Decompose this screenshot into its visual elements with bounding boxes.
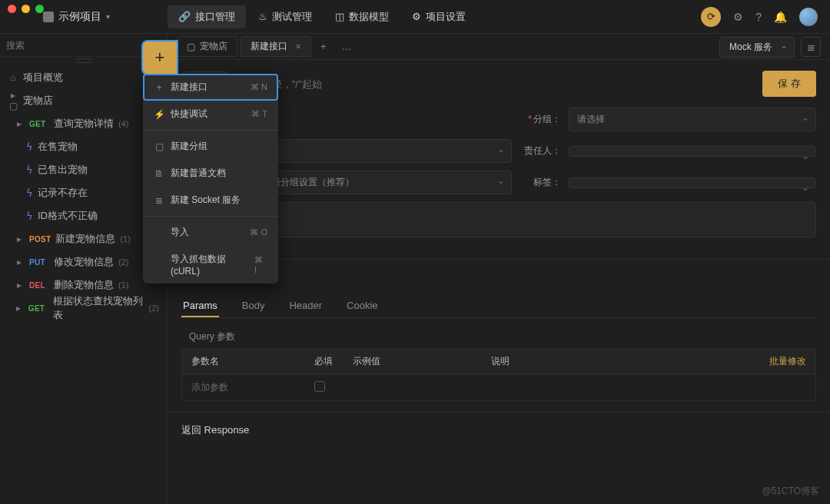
batch-edit-link[interactable]: 批量修改 — [754, 349, 815, 374]
help-icon[interactable]: ? — [755, 11, 762, 23]
menu-item[interactable]: +新建接口⌘ N — [143, 74, 278, 101]
tree-count: (4) — [118, 119, 128, 128]
menu-item[interactable]: ▢新建分组 — [143, 133, 278, 160]
list-view-button[interactable]: ≣ — [801, 37, 821, 57]
top-tab-接口管理[interactable]: 🔗接口管理 — [168, 5, 246, 28]
tree-label: 根据状态查找宠物列表 — [53, 294, 144, 322]
tree-count: (2) — [149, 303, 159, 313]
col-required: 必填 — [305, 349, 344, 374]
project-icon — [43, 12, 54, 22]
group-select[interactable]: 请选择 — [569, 108, 816, 131]
tree-item[interactable]: ϟ记录不存在 — [0, 181, 167, 204]
sidebar-root[interactable]: ▸ ▢ 宠物店 — [0, 89, 167, 112]
caret-down-icon: ▾ — [106, 12, 110, 21]
close-icon[interactable]: ✕ — [295, 42, 301, 51]
path-input[interactable] — [236, 72, 755, 96]
menu-item[interactable]: 导入⌘ O — [143, 219, 278, 246]
top-tab-数据模型[interactable]: ◫数据模型 — [324, 5, 400, 28]
tab-icon: 🔗 — [178, 11, 191, 22]
tree-label: 新建宠物信息 — [55, 232, 115, 246]
tab-icon: ◫ — [335, 11, 344, 22]
tree-item[interactable]: ▸DEL删除宠物信息(1) — [0, 274, 167, 297]
tab-icon: ♨ — [258, 11, 267, 22]
folder-icon: ▸ ▢ — [8, 90, 18, 111]
method-badge: GET — [28, 304, 48, 313]
owner-select[interactable] — [569, 146, 816, 157]
tab-icon: ⚙ — [412, 11, 421, 22]
method-badge: POST — [29, 235, 51, 244]
project-switcher[interactable]: 示例项目 ▾ — [43, 10, 168, 24]
tab-more[interactable]: … — [336, 41, 358, 52]
shortcut: ⌘ N — [251, 82, 267, 92]
tree-item[interactable]: ϟID格式不正确 — [0, 204, 167, 227]
params-table: 参数名 必填 示例值 说明 批量修改 添加参数 — [181, 348, 816, 401]
col-desc: 说明 — [482, 349, 754, 374]
chevron-right-icon: ▸ — [14, 257, 25, 267]
menu-item[interactable]: 🗎新建普通文档 — [143, 160, 278, 187]
window-close[interactable] — [8, 5, 16, 13]
avatar[interactable] — [799, 8, 818, 26]
overview-label: 项目概览 — [23, 71, 63, 85]
tree-label: ID格式不正确 — [38, 209, 98, 223]
tree-count: (2) — [118, 257, 128, 267]
tree-item[interactable]: ▸POST新建宠物信息(1) — [0, 227, 167, 250]
menu-item[interactable]: ≣新建 Socket 服务 — [143, 187, 278, 214]
window-minimize[interactable] — [22, 5, 30, 13]
menu-icon: 🗎 — [154, 168, 164, 179]
bell-icon[interactable]: 🔔 — [774, 11, 787, 23]
menu-item[interactable]: ⚡快捷调试⌘ T — [143, 101, 278, 128]
param-tab-header[interactable]: Header — [287, 295, 324, 317]
watermark: @51CTO博客 — [762, 485, 819, 498]
service-select[interactable]: Mock 服务 — [719, 37, 795, 58]
param-tab-body[interactable]: Body — [241, 295, 267, 317]
chevron-right-icon: ▸ — [14, 280, 25, 290]
method-badge: DEL — [29, 281, 49, 290]
root-label: 宠物店 — [23, 94, 53, 108]
service-label: Mock 服务 — [729, 41, 772, 52]
param-tab-cookie[interactable]: Cookie — [345, 295, 379, 317]
top-tab-项目设置[interactable]: ⚙项目设置 — [401, 5, 476, 28]
tree-label: 修改宠物信息 — [54, 255, 114, 269]
bolt-icon: ϟ — [26, 187, 33, 199]
tree-item[interactable]: ϟ已售出宠物 — [0, 158, 167, 181]
menu-icon: + — [154, 82, 164, 93]
tags-select[interactable] — [569, 177, 816, 188]
response-title: 返回 Response — [181, 423, 816, 437]
sync-button[interactable]: ⟳ — [701, 7, 721, 27]
method-badge: PUT — [29, 258, 49, 267]
sidebar-overview[interactable]: ⌂ 项目概览 — [0, 66, 167, 89]
save-button[interactable]: 保 存 — [762, 71, 816, 97]
top-tab-测试管理[interactable]: ♨测试管理 — [247, 5, 323, 28]
add-param-cell[interactable]: 添加参数 — [182, 375, 305, 400]
menu-icon: ⚡ — [154, 109, 164, 120]
tab-add[interactable]: + — [314, 41, 333, 52]
tree-label: 记录不存在 — [38, 186, 88, 200]
search-input[interactable] — [6, 40, 161, 51]
tree-item[interactable]: ▸GET查询宠物详情(4) — [0, 112, 167, 135]
param-tab-params[interactable]: Params — [181, 295, 219, 317]
window-maximize[interactable] — [35, 5, 44, 13]
chevron-right-icon: ▸ — [14, 234, 25, 244]
new-dropdown: +新建接口⌘ N⚡快捷调试⌘ T▢新建分组🗎新建普通文档≣新建 Socket 服… — [143, 74, 278, 284]
tree-item[interactable]: ϟ在售宠物 — [0, 135, 167, 158]
menu-icon: ▢ — [154, 141, 164, 152]
project-title: 示例项目 — [58, 10, 101, 24]
tree-item[interactable]: ▸PUT修改宠物信息(2) — [0, 250, 167, 274]
tree-item[interactable]: ▸GET根据状态查找宠物列表(2) — [0, 297, 167, 320]
group-label: *分组： — [524, 113, 561, 126]
settings-icon[interactable]: ⚙ — [733, 11, 743, 23]
method-badge: GET — [29, 120, 49, 128]
menu-item[interactable]: 导入抓包数据(cURL)⌘ I — [143, 246, 278, 284]
sidebar-search[interactable] — [0, 34, 167, 57]
tree-label: 删除宠物信息 — [54, 278, 114, 292]
bolt-icon: ϟ — [26, 141, 33, 153]
tree-count: (1) — [118, 280, 128, 290]
query-params-label: Query 参数 — [181, 326, 816, 348]
bolt-icon: ϟ — [26, 164, 33, 176]
shortcut: ⌘ O — [250, 227, 267, 237]
new-button[interactable]: + — [143, 41, 177, 74]
tree-label: 在售宠物 — [38, 140, 78, 154]
shortcut: ⌘ T — [251, 109, 267, 119]
required-checkbox[interactable] — [314, 381, 325, 392]
col-name: 参数名 — [182, 349, 305, 374]
